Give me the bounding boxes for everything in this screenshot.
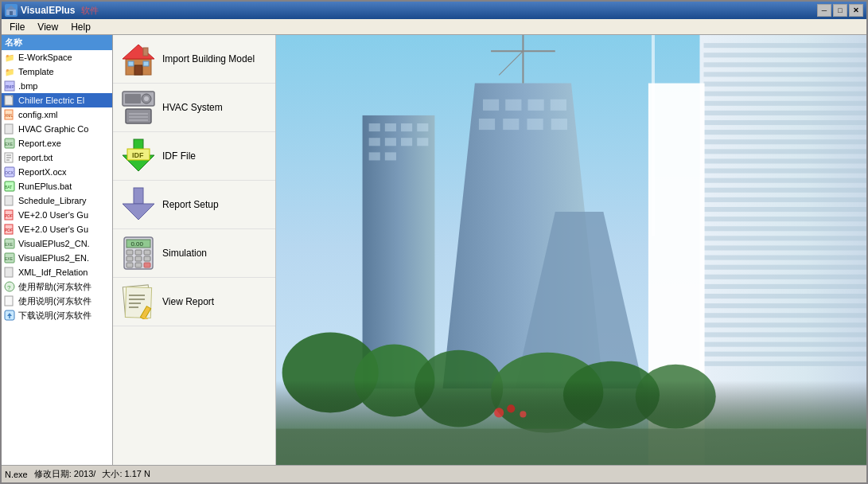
svg-rect-83 [704, 82, 866, 87]
exe-icon: EXE [3, 252, 16, 264]
import-building-button[interactable]: Import Building Model [113, 35, 275, 84]
svg-rect-90 [704, 149, 866, 154]
svg-rect-39 [128, 61, 134, 66]
menu-help[interactable]: Help [64, 20, 97, 34]
svg-rect-131 [527, 119, 543, 130]
sidebar-item-manual-cn[interactable]: 使用说明(河东软件 [2, 294, 112, 308]
sidebar-item-bmp[interactable]: BMP .bmp [2, 79, 112, 93]
sidebar-item-template[interactable]: 📁 Template [2, 64, 112, 79]
sidebar-item-download[interactable]: 下载说明(河东软件 [2, 308, 112, 322]
sidebar-label: HVAC Graphic Co [18, 124, 88, 134]
svg-rect-43 [125, 94, 141, 103]
sidebar-item-visualeplus-en[interactable]: EXE VisualEPlus2_EN. [2, 251, 112, 265]
simulation-button[interactable]: 0.00 Simulation [113, 229, 275, 278]
report-setup-button[interactable]: Report Setup [113, 181, 275, 229]
pdf-icon: PDF [3, 209, 16, 221]
xml-icon: XML [3, 108, 16, 121]
view-report-button[interactable]: View Report [113, 278, 275, 326]
svg-rect-128 [551, 100, 566, 111]
svg-text:EXE: EXE [5, 256, 14, 261]
ocx-icon: OCX [3, 166, 16, 178]
maximize-button[interactable]: □ [833, 4, 847, 17]
sidebar-item-report-txt[interactable]: report.txt [2, 150, 112, 165]
svg-rect-96 [704, 207, 866, 212]
svg-rect-111 [704, 352, 866, 357]
svg-point-148 [520, 411, 526, 417]
help-icon: ? [3, 280, 16, 293]
close-button[interactable]: ✕ [849, 4, 863, 17]
menu-file[interactable]: File [3, 20, 31, 34]
sidebar-items[interactable]: 📁 E-WorkSpace 📁 Template BMP .bmp [2, 50, 112, 465]
svg-text:OCX: OCX [5, 170, 14, 175]
svg-point-45 [144, 96, 149, 101]
sidebar-item-chiller[interactable]: Chiller Electric El [2, 93, 112, 107]
sidebar-item-ve-guide-2[interactable]: PDF VE+2.0 User's Gu [2, 222, 112, 236]
window-controls[interactable]: ─ □ ✕ [817, 4, 863, 17]
view-report-label: View Report [162, 296, 214, 307]
sidebar-item-workspace[interactable]: 📁 E-WorkSpace [2, 50, 112, 64]
report-setup-icon [121, 187, 156, 222]
svg-text:XML: XML [5, 113, 14, 118]
title-bar: VisualEPlus 软件 ─ □ ✕ [2, 2, 866, 19]
idf-file-button[interactable]: IDF IDF File [113, 132, 275, 181]
sidebar-label: VisualEPlus2_CN. [18, 239, 90, 248]
idf-arrow-icon: IDF [121, 139, 156, 174]
svg-point-147 [507, 404, 515, 412]
svg-rect-112 [704, 361, 866, 366]
svg-rect-88 [704, 130, 866, 135]
svg-rect-59 [127, 250, 133, 255]
sidebar-item-visualeplus-cn[interactable]: EXE VisualEPlus2_CN. [2, 236, 112, 251]
sidebar-item-reportx-ocx[interactable]: OCX ReportX.ocx [2, 165, 112, 179]
txt-icon [3, 151, 16, 164]
svg-rect-66 [135, 263, 142, 267]
hvac-icon [121, 90, 156, 125]
svg-rect-86 [704, 111, 866, 115]
menu-view[interactable]: View [31, 20, 64, 34]
svg-rect-38 [134, 65, 142, 75]
svg-rect-80 [704, 53, 866, 57]
sidebar-item-help-cn[interactable]: ? 使用帮助(河东软件 [2, 279, 112, 294]
sidebar-label: report.txt [18, 153, 53, 162]
svg-rect-101 [704, 256, 866, 260]
sidebar-label: ReportX.ocx [18, 167, 67, 177]
svg-rect-109 [704, 332, 866, 337]
svg-rect-32 [5, 296, 13, 306]
sidebar-label: VE+2.0 User's Gu [18, 210, 88, 220]
sidebar-label: Template [18, 67, 54, 76]
svg-rect-9 [5, 124, 13, 134]
download-icon [3, 309, 16, 322]
sidebar-label: VE+2.0 User's Gu [18, 224, 88, 234]
sidebar-item-hvac-graphic[interactable]: HVAC Graphic Co [2, 122, 112, 136]
sidebar-label: RunEPlus.bat [18, 182, 72, 191]
svg-rect-91 [704, 158, 866, 163]
simulation-label: Simulation [162, 248, 207, 259]
main-content: 名称 📁 E-WorkSpace 📁 Template BMP .bmp [2, 35, 866, 465]
folder-icon: 📁 [3, 51, 16, 64]
sidebar-item-schedule[interactable]: Schedule_Library [2, 193, 112, 208]
sidebar-item-runeplus[interactable]: BAT RunEPlus.bat [2, 179, 112, 193]
action-panel: Import Building Model [113, 35, 276, 465]
sidebar-label: 使用帮助(河东软件 [18, 281, 91, 293]
sidebar-item-xml-idf[interactable]: XML_Idf_Relation [2, 265, 112, 279]
svg-rect-20 [5, 196, 13, 205]
sidebar: 名称 📁 E-WorkSpace 📁 Template BMP .bmp [2, 35, 113, 465]
svg-rect-99 [704, 236, 866, 240]
svg-rect-60 [135, 250, 142, 255]
svg-rect-108 [704, 322, 866, 327]
building-image-area [276, 35, 866, 465]
sidebar-item-report-exe[interactable]: EXE Report.exe [2, 136, 112, 150]
sidebar-label: .bmp [18, 81, 37, 91]
svg-text:PDF: PDF [5, 228, 13, 232]
svg-rect-126 [505, 100, 521, 111]
minimize-button[interactable]: ─ [817, 4, 831, 17]
status-modified: 修改日期: 2013/ [34, 468, 96, 480]
svg-rect-117 [417, 123, 428, 131]
svg-rect-107 [704, 313, 866, 318]
hvac-system-button[interactable]: HVAC System [113, 84, 275, 132]
sidebar-item-config[interactable]: XML config.xml [2, 107, 112, 122]
svg-rect-98 [704, 226, 866, 231]
svg-rect-125 [483, 100, 499, 111]
sidebar-item-ve-guide-1[interactable]: PDF VE+2.0 User's Gu [2, 208, 112, 222]
sidebar-label: config.xml [18, 110, 58, 119]
svg-text:PDF: PDF [5, 213, 13, 218]
